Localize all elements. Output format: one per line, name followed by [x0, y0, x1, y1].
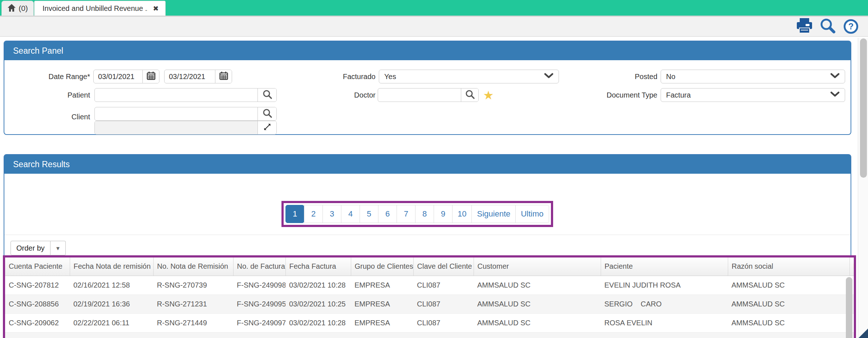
- table-cell: CLI087: [413, 276, 474, 294]
- caret-down-icon: ▼: [55, 245, 61, 251]
- column-header[interactable]: Cuenta Paciente: [5, 257, 70, 276]
- table-cell: F-SNG-249095: [233, 294, 285, 313]
- table-cell: 03/01/2021 08:17: [285, 332, 351, 338]
- table-cell: ROSA EVELIN: [601, 313, 728, 332]
- tab-close-icon[interactable]: ✖: [153, 5, 159, 12]
- table-row[interactable]: Venta directa03/01/2021 08:17R-SNG-27262…: [5, 332, 854, 338]
- client-value[interactable]: [95, 107, 257, 120]
- chevron-down-icon: [544, 73, 553, 80]
- order-by-button[interactable]: Order by: [11, 241, 50, 255]
- column-header[interactable]: Customer: [474, 257, 601, 276]
- page-button-siguiente[interactable]: Siguiente: [471, 205, 516, 223]
- patient-value[interactable]: [95, 88, 257, 102]
- page-button-5[interactable]: 5: [360, 205, 378, 223]
- table-cell: C-SNG-209062: [5, 313, 70, 332]
- date-from-calendar-button[interactable]: [142, 70, 159, 83]
- column-header[interactable]: Paciente: [601, 257, 728, 276]
- page-button-1[interactable]: 1: [285, 205, 304, 223]
- table-cell: 03/02/2021 10:28: [285, 313, 351, 332]
- table-scrollbar-thumb[interactable]: [846, 277, 852, 338]
- doctor-field[interactable]: [378, 88, 479, 102]
- doctor-value[interactable]: [378, 88, 461, 102]
- patient-label: Patient: [4, 91, 90, 99]
- help-button[interactable]: ?: [843, 18, 859, 35]
- table-cell: F-SNG-249098: [233, 276, 285, 294]
- table-cell: CLI087: [413, 313, 474, 332]
- page-scrollbar[interactable]: [858, 38, 868, 338]
- column-header[interactable]: Fecha Factura: [285, 257, 351, 276]
- table-cell: F-SNG-248937: [233, 332, 285, 338]
- search-panel-title: Search Panel: [13, 46, 63, 56]
- table-cell: [601, 332, 728, 338]
- table-scrollbar[interactable]: [846, 277, 852, 338]
- table-row[interactable]: C-SNG-20906202/22/2021 06:11R-SNG-271449…: [5, 313, 854, 332]
- table-body: C-SNG-20781202/16/2021 12:58R-SNG-270739…: [5, 276, 854, 338]
- doctor-search-button[interactable]: [461, 88, 478, 102]
- favorite-star-icon[interactable]: ★: [483, 89, 494, 101]
- table-cell: C-SNG-208856: [5, 294, 70, 313]
- date-to-field[interactable]: 03/12/2021: [164, 70, 232, 83]
- results-divider: [4, 235, 851, 235]
- tab-home[interactable]: (0): [1, 1, 34, 16]
- client-field[interactable]: [94, 107, 277, 121]
- patient-field[interactable]: [94, 88, 277, 102]
- patient-search-button[interactable]: [257, 88, 276, 102]
- page-button-ultimo[interactable]: Ultimo: [515, 205, 549, 223]
- table-cell: R-SNG-270739: [153, 276, 233, 294]
- table-cell: C-SNG-207812: [5, 276, 70, 294]
- tab-invoiced-unbilled-revenue[interactable]: Invoiced and Unbilled Revenue ... ✖: [34, 1, 166, 16]
- tab-title: Invoiced and Unbilled Revenue ...: [42, 4, 148, 13]
- page-button-6[interactable]: 6: [378, 205, 397, 223]
- search-icon: [820, 18, 836, 35]
- page-button-4[interactable]: 4: [341, 205, 360, 223]
- doctor-label: Doctor: [291, 91, 376, 99]
- table-row[interactable]: C-SNG-20781202/16/2021 12:58R-SNG-270739…: [5, 276, 854, 294]
- table-cell: CAFE CON CAUSA: [351, 332, 413, 338]
- column-header[interactable]: Razón social: [728, 257, 849, 276]
- table-cell: CAFE CON CAUSA: [728, 332, 849, 338]
- document-type-value: Factura: [666, 91, 691, 99]
- page-button-8[interactable]: 8: [415, 205, 434, 223]
- table-cell: EVELIN JUDITH ROSA: [601, 276, 728, 294]
- column-header[interactable]: No. de Factura: [233, 257, 285, 276]
- page-button-3[interactable]: 3: [323, 205, 341, 223]
- print-button[interactable]: [796, 18, 813, 35]
- page-button-10[interactable]: 10: [452, 205, 472, 223]
- client-expand-button[interactable]: [257, 121, 276, 134]
- order-by-dropdown-button[interactable]: ▼: [50, 241, 66, 255]
- table-cell: 02/19/2021 16:36: [70, 294, 153, 313]
- client-search-button[interactable]: [257, 107, 276, 120]
- column-header[interactable]: Clave del Cliente: [413, 257, 474, 276]
- page-button-9[interactable]: 9: [434, 205, 453, 223]
- table-cell: F-SNG-249097: [233, 313, 285, 332]
- table-cell: 02/22/2021 06:11: [70, 313, 153, 332]
- column-header[interactable]: Fecha Nota de remisión: [70, 257, 153, 276]
- search-panel-body: Date Range* 03/01/2021: [4, 60, 851, 134]
- page-button-7[interactable]: 7: [397, 205, 415, 223]
- posted-select[interactable]: No: [661, 70, 845, 83]
- table-cell: EMPRESA: [351, 276, 413, 294]
- column-header[interactable]: Grupo de Clientes: [351, 257, 413, 276]
- global-search-button[interactable]: [819, 18, 836, 35]
- table-row[interactable]: C-SNG-20885602/19/2021 16:36R-SNG-271231…: [5, 294, 854, 313]
- date-to-value[interactable]: 03/12/2021: [165, 70, 215, 83]
- search-results-body: 12345678910SiguienteUltimo Order by ▼ Cu…: [4, 174, 851, 337]
- search-panel: Search Panel Date Range* 03/01/2021: [4, 41, 851, 135]
- facturado-select[interactable]: Yes: [379, 70, 559, 83]
- column-header[interactable]: N: [849, 257, 854, 276]
- table-cell: R-SNG-272625: [153, 332, 233, 338]
- column-header[interactable]: No. Nota de Remisión: [153, 257, 233, 276]
- date-to-calendar-button[interactable]: [215, 70, 232, 83]
- page-scrollbar-thumb[interactable]: [860, 38, 867, 178]
- document-type-select[interactable]: Factura: [661, 88, 845, 102]
- page-button-2[interactable]: 2: [304, 205, 323, 223]
- table-annotation-box: Cuenta PacienteFecha Nota de remisiónNo.…: [3, 255, 856, 338]
- date-from-value[interactable]: 03/01/2021: [94, 70, 142, 83]
- client-display-field: [94, 121, 277, 135]
- pagination: 12345678910SiguienteUltimo: [285, 205, 549, 223]
- table-cell: SERGIO CARO: [601, 294, 728, 313]
- calendar-icon: [219, 71, 228, 82]
- help-icon: ?: [844, 19, 858, 34]
- date-from-field[interactable]: 03/01/2021: [93, 70, 159, 83]
- application-window: (0) Invoiced and Unbilled Revenue ... ✖: [0, 0, 868, 338]
